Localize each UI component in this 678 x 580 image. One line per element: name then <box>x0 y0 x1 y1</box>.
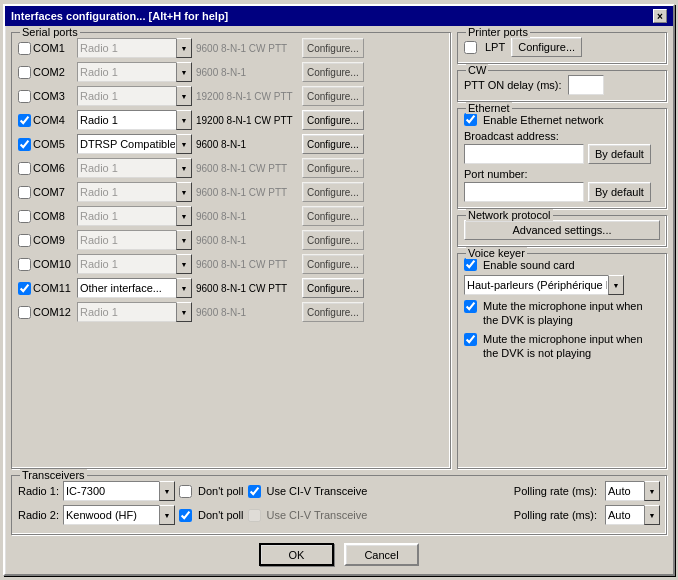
port-number-input[interactable]: 9871 <box>464 182 584 202</box>
com4-checkbox[interactable] <box>18 114 31 127</box>
com12-checkbox[interactable] <box>18 306 31 319</box>
lpt-configure-button[interactable]: Configure... <box>511 37 582 57</box>
com3-checkbox[interactable] <box>18 90 31 103</box>
title-bar: Interfaces configuration... [Alt+H for h… <box>5 6 673 26</box>
radio1-polling-label: Polling rate (ms): <box>514 485 597 497</box>
mute1-checkbox[interactable] <box>464 300 477 313</box>
com10-checkbox[interactable] <box>18 258 31 271</box>
com-rows-container: COM1Radio 1▼9600 8-N-1 CW PTTConfigure..… <box>18 37 444 323</box>
radio2-polling-select[interactable]: Auto <box>605 505 660 525</box>
advanced-settings-button[interactable]: Advanced settings... <box>464 220 660 240</box>
com4-device-select[interactable]: Radio 1 <box>77 110 192 130</box>
ethernet-label: Ethernet <box>466 102 512 114</box>
com8-configure-button[interactable]: Configure... <box>302 206 364 226</box>
com7-label: COM7 <box>33 186 77 198</box>
com-row-com1: COM1Radio 1▼9600 8-N-1 CW PTTConfigure..… <box>18 37 444 59</box>
com7-checkbox[interactable] <box>18 186 31 199</box>
radio2-dont-poll-checkbox[interactable] <box>179 509 192 522</box>
com6-label: COM6 <box>33 162 77 174</box>
com8-label: COM8 <box>33 210 77 222</box>
com11-checkbox[interactable] <box>18 282 31 295</box>
com11-device-select[interactable]: Other interface... <box>77 278 192 298</box>
com-row-com8: COM8Radio 1▼9600 8-N-1Configure... <box>18 205 444 227</box>
close-button[interactable]: × <box>653 9 667 23</box>
ptt-delay-input[interactable]: 50 <box>568 75 604 95</box>
com10-configure-button[interactable]: Configure... <box>302 254 364 274</box>
com6-device-select[interactable]: Radio 1 <box>77 158 192 178</box>
com5-configure-button[interactable]: Configure... <box>302 134 364 154</box>
com-row-com7: COM7Radio 1▼9600 8-N-1 CW PTTConfigure..… <box>18 181 444 203</box>
com8-device-select[interactable]: Radio 1 <box>77 206 192 226</box>
mute2-checkbox[interactable] <box>464 333 477 346</box>
com3-configure-button[interactable]: Configure... <box>302 86 364 106</box>
port-by-default-button[interactable]: By default <box>588 182 651 202</box>
printer-ports-group: Printer ports LPT Configure... <box>457 32 667 64</box>
com8-checkbox[interactable] <box>18 210 31 223</box>
sound-device-select[interactable]: Haut-parleurs (Périphérique Hi <box>464 275 624 295</box>
com-row-com12: COM12Radio 1▼9600 8-N-1Configure... <box>18 301 444 323</box>
radio1-polling-select[interactable]: Auto <box>605 481 660 501</box>
com1-label: COM1 <box>33 42 77 54</box>
com2-checkbox[interactable] <box>18 66 31 79</box>
com11-configure-button[interactable]: Configure... <box>302 278 364 298</box>
com1-configure-button[interactable]: Configure... <box>302 38 364 58</box>
ethernet-group: Ethernet Enable Ethernet network Broadca… <box>457 108 667 209</box>
ok-button[interactable]: OK <box>259 543 334 566</box>
com3-device-select[interactable]: Radio 1 <box>77 86 192 106</box>
com-row-com10: COM10Radio 1▼9600 8-N-1 CW PTTConfigure.… <box>18 253 444 275</box>
enable-sound-card-checkbox[interactable] <box>464 258 477 271</box>
broadcast-by-default-button[interactable]: By default <box>588 144 651 164</box>
radio1-row: Radio 1: IC-7300 ▼ Don't poll Use CI-V T… <box>18 480 660 502</box>
radio2-device-select[interactable]: Kenwood (HF) <box>63 505 175 525</box>
com9-label: COM9 <box>33 234 77 246</box>
com7-device-select[interactable]: Radio 1 <box>77 182 192 202</box>
com11-baud-label: 9600 8-N-1 CW PTT <box>192 283 302 294</box>
radio1-use-civ-checkbox[interactable] <box>248 485 261 498</box>
right-panel: Printer ports LPT Configure... CW PTT ON… <box>457 32 667 469</box>
com6-configure-button[interactable]: Configure... <box>302 158 364 178</box>
com9-device-select[interactable]: Radio 1 <box>77 230 192 250</box>
com-row-com9: COM9Radio 1▼9600 8-N-1Configure... <box>18 229 444 251</box>
com5-checkbox[interactable] <box>18 138 31 151</box>
com4-configure-button[interactable]: Configure... <box>302 110 364 130</box>
broadcast-address-input[interactable]: 169.254.255.255 <box>464 144 584 164</box>
com5-baud-label: 9600 8-N-1 <box>192 139 302 150</box>
com10-label: COM10 <box>33 258 77 270</box>
lpt-checkbox[interactable] <box>464 41 477 54</box>
transceivers-label: Transceivers <box>20 469 87 481</box>
com10-device-select[interactable]: Radio 1 <box>77 254 192 274</box>
com6-checkbox[interactable] <box>18 162 31 175</box>
cancel-button[interactable]: Cancel <box>344 543 419 566</box>
window-title: Interfaces configuration... [Alt+H for h… <box>11 10 228 22</box>
network-protocol-group: Network protocol Advanced settings... <box>457 215 667 247</box>
com12-configure-button[interactable]: Configure... <box>302 302 364 322</box>
com2-label: COM2 <box>33 66 77 78</box>
radio2-use-civ-checkbox[interactable] <box>248 509 261 522</box>
com2-configure-button[interactable]: Configure... <box>302 62 364 82</box>
com-row-com11: COM11Other interface...▼9600 8-N-1 CW PT… <box>18 277 444 299</box>
printer-ports-label: Printer ports <box>466 26 530 38</box>
com-row-com2: COM2Radio 1▼9600 8-N-1Configure... <box>18 61 444 83</box>
lpt-label: LPT <box>485 41 505 53</box>
com1-device-select[interactable]: Radio 1 <box>77 38 192 58</box>
com4-baud-label: 19200 8-N-1 CW PTT <box>192 115 302 126</box>
com12-device-select[interactable]: Radio 1 <box>77 302 192 322</box>
main-window: Interfaces configuration... [Alt+H for h… <box>3 4 675 576</box>
com9-checkbox[interactable] <box>18 234 31 247</box>
com8-baud-label: 9600 8-N-1 <box>192 211 302 222</box>
com-row-com4: COM4Radio 1▼19200 8-N-1 CW PTTConfigure.… <box>18 109 444 131</box>
network-protocol-label: Network protocol <box>466 209 553 221</box>
com5-device-select[interactable]: DTRSP Compatible Devi <box>77 134 192 154</box>
radio1-dont-poll-checkbox[interactable] <box>179 485 192 498</box>
radio2-polling-label: Polling rate (ms): <box>514 509 597 521</box>
content-area: Serial ports COM1Radio 1▼9600 8-N-1 CW P… <box>5 26 673 475</box>
com-row-com5: COM5DTRSP Compatible Devi▼9600 8-N-1Conf… <box>18 133 444 155</box>
enable-ethernet-checkbox[interactable] <box>464 113 477 126</box>
com9-configure-button[interactable]: Configure... <box>302 230 364 250</box>
voice-keyer-label: Voice keyer <box>466 247 527 259</box>
com7-configure-button[interactable]: Configure... <box>302 182 364 202</box>
radio1-device-select[interactable]: IC-7300 <box>63 481 175 501</box>
com1-checkbox[interactable] <box>18 42 31 55</box>
com2-device-select[interactable]: Radio 1 <box>77 62 192 82</box>
radio1-dont-poll-label: Don't poll <box>198 485 244 497</box>
